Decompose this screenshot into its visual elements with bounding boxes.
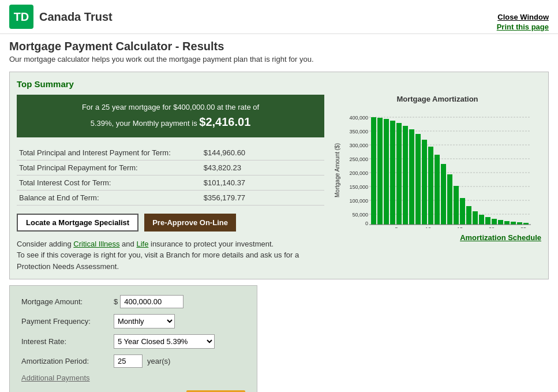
interest-label: Interest Rate: bbox=[21, 337, 114, 346]
mortgage-amount-input[interactable] bbox=[120, 295, 183, 308]
highlight-line1: For a 25 year mortgage for $400,000.00 a… bbox=[26, 102, 315, 130]
bar-7 bbox=[409, 129, 414, 225]
svg-text:200,000: 200,000 bbox=[349, 170, 368, 176]
mortgage-amount-row: Mortgage Amount: $ bbox=[21, 295, 245, 308]
row-label: Balance at End of Term: bbox=[17, 190, 201, 205]
logo-area: TD Canada Trust bbox=[9, 5, 113, 29]
highlight-box: For a 25 year mortgage for $400,000.00 a… bbox=[17, 95, 324, 137]
row-value: $144,960.60 bbox=[201, 145, 324, 160]
svg-text:20: 20 bbox=[489, 226, 495, 228]
bar-10 bbox=[428, 147, 433, 225]
bar-9 bbox=[422, 140, 427, 225]
bar-3 bbox=[384, 119, 389, 225]
bar-13 bbox=[447, 174, 452, 225]
mortgage-amount-label: Mortgage Amount: bbox=[21, 297, 114, 306]
page-subtitle: Our mortgage calculator helps you work o… bbox=[9, 55, 549, 64]
interest-row: Interest Rate: 5 Year Closed 5.39% Close… bbox=[21, 334, 245, 349]
bar-23 bbox=[511, 222, 516, 225]
interest-value: 5 Year Closed 5.39% Closed 5.3980 bbox=[114, 334, 215, 349]
bar-19 bbox=[485, 217, 490, 225]
locate-specialist-button[interactable]: Locate a Mortgage Specialist bbox=[17, 214, 138, 232]
svg-text:15: 15 bbox=[457, 226, 463, 228]
table-row: Total Principal Repayment for Term: $43,… bbox=[17, 160, 324, 175]
row-value: $101,140.37 bbox=[201, 175, 324, 190]
table-row: Total Principal and Interest Payment for… bbox=[17, 145, 324, 160]
summary-table: Total Principal and Interest Payment for… bbox=[17, 145, 324, 206]
mortgage-amount-value: $ bbox=[114, 295, 183, 308]
row-value: $43,820.23 bbox=[201, 160, 324, 175]
svg-text:150,000: 150,000 bbox=[349, 184, 368, 190]
highlight-amount: $2,416.01 bbox=[199, 115, 250, 128]
summary-left: For a 25 year mortgage for $400,000.00 a… bbox=[17, 95, 324, 272]
amortization-schedule-link[interactable]: Amortization Schedule bbox=[334, 233, 541, 242]
bar-14 bbox=[454, 186, 459, 225]
svg-text:250,000: 250,000 bbox=[349, 156, 368, 162]
row-label: Total Principal Repayment for Term: bbox=[17, 160, 201, 175]
svg-text:5: 5 bbox=[395, 226, 398, 228]
svg-text:400,000: 400,000 bbox=[349, 115, 368, 121]
bar-21 bbox=[498, 220, 503, 225]
bar-17 bbox=[473, 211, 478, 225]
svg-text:100,000: 100,000 bbox=[349, 198, 368, 204]
preapprove-button[interactable]: Pre-Approve On-Line bbox=[144, 214, 236, 232]
bar-18 bbox=[479, 215, 484, 225]
summary-section: Top Summary For a 25 year mortgage for $… bbox=[9, 72, 549, 279]
frequency-label: Payment Frequency: bbox=[21, 317, 114, 326]
calculator-section: Mortgage Amount: $ Payment Frequency: We… bbox=[9, 285, 257, 392]
life-link[interactable]: Life bbox=[136, 240, 148, 248]
svg-text:10: 10 bbox=[425, 226, 431, 228]
bar-2 bbox=[377, 118, 383, 225]
amortization-input[interactable] bbox=[114, 354, 143, 368]
chart-container: Mortgage Amount ($) 400,000 350,000 300,… bbox=[334, 107, 541, 230]
bar-22 bbox=[504, 221, 510, 225]
bar-16 bbox=[466, 206, 471, 225]
additional-payments-link[interactable]: Additional Payments bbox=[21, 374, 245, 382]
bar-15 bbox=[460, 198, 465, 225]
svg-text:50,000: 50,000 bbox=[352, 212, 368, 218]
row-label: Total Interest Cost for Term: bbox=[17, 175, 201, 190]
table-row: Total Interest Cost for Term: $101,140.3… bbox=[17, 175, 324, 190]
page-title-area: Print this page Mortgage Payment Calcula… bbox=[0, 34, 558, 66]
amortization-unit: year(s) bbox=[147, 357, 170, 365]
amortization-value: year(s) bbox=[114, 354, 170, 368]
table-row: Balance at End of Term: $356,179.77 bbox=[17, 190, 324, 205]
interest-select[interactable]: 5 Year Closed 5.39% Closed 5.3980 bbox=[114, 334, 215, 349]
bar-4 bbox=[390, 121, 395, 225]
bar-11 bbox=[435, 155, 440, 225]
summary-header: Top Summary bbox=[17, 79, 541, 89]
amortization-chart: Mortgage Amount ($) 400,000 350,000 300,… bbox=[334, 107, 538, 228]
svg-text:Mortgage Amount ($): Mortgage Amount ($) bbox=[334, 143, 340, 197]
frequency-value: Weekly Bi-Weekly Semi-Monthly Monthly bbox=[114, 314, 175, 328]
bar-5 bbox=[396, 123, 402, 225]
svg-text:350,000: 350,000 bbox=[349, 129, 368, 135]
chart-area: Mortgage Amortization Mortgage Amount ($… bbox=[334, 95, 541, 272]
page-title: Mortgage Payment Calculator - Results bbox=[9, 40, 549, 53]
bar-24 bbox=[517, 222, 522, 225]
svg-text:0: 0 bbox=[365, 221, 368, 226]
print-link[interactable]: Print this page bbox=[497, 23, 549, 31]
critical-illness-link[interactable]: Critical Illness bbox=[73, 240, 119, 248]
frequency-row: Payment Frequency: Weekly Bi-Weekly Semi… bbox=[21, 314, 245, 328]
row-value: $356,179.77 bbox=[201, 190, 324, 205]
amortization-label: Amortization Period: bbox=[21, 357, 114, 365]
insurance-text: Consider adding Critical Illness and Lif… bbox=[17, 238, 324, 272]
dollar-sign: $ bbox=[114, 297, 118, 306]
bar-12 bbox=[441, 164, 446, 225]
chart-title: Mortgage Amortization bbox=[334, 95, 541, 103]
close-window-button[interactable]: Close Window bbox=[497, 13, 549, 21]
bank-name: Canada Trust bbox=[39, 10, 113, 24]
bar-6 bbox=[403, 126, 408, 225]
bar-20 bbox=[492, 219, 497, 225]
amortization-row: Amortization Period: year(s) bbox=[21, 354, 245, 368]
td-logo: TD bbox=[9, 5, 33, 29]
frequency-select[interactable]: Weekly Bi-Weekly Semi-Monthly Monthly bbox=[114, 314, 175, 328]
bar-1 bbox=[371, 117, 376, 225]
svg-text:300,000: 300,000 bbox=[349, 143, 368, 148]
row-label: Total Principal and Interest Payment for… bbox=[17, 145, 201, 160]
svg-text:25: 25 bbox=[520, 226, 526, 228]
bar-8 bbox=[415, 134, 421, 225]
